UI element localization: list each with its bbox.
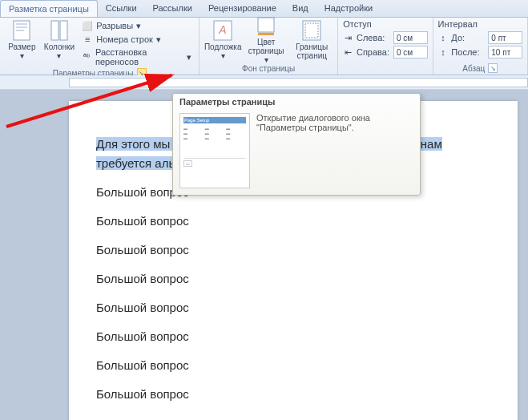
indent-right-icon: ⇤: [343, 46, 353, 58]
columns-icon: [46, 20, 72, 41]
svg-rect-5: [60, 21, 67, 40]
line-numbers-button[interactable]: ≡ Номера строк ▾: [79, 33, 194, 46]
paragraph-group-title: Абзац: [462, 64, 485, 73]
columns-button[interactable]: Колонки▾: [42, 19, 77, 61]
ribbon: Размер▾ Колонки▾ ⬜ Разрывы ▾ ≡ Номера ст…: [0, 18, 528, 75]
svg-rect-8: [258, 18, 274, 32]
indent-left-label: Слева:: [357, 33, 390, 42]
svg-rect-3: [16, 30, 24, 31]
line-numbers-label: Номера строк: [96, 34, 153, 44]
page-color-icon: [253, 17, 279, 36]
text-line[interactable]: Большой вопрос: [96, 329, 490, 345]
indent-left-icon: ⇥: [343, 32, 353, 43]
spacing-before-icon: ↕: [438, 32, 449, 43]
size-label: Размер: [8, 42, 35, 51]
paragraph-dialog-launcher[interactable]: ↘: [488, 63, 498, 73]
tab-addins[interactable]: Надстройки: [316, 0, 381, 17]
columns-label: Колонки: [44, 42, 75, 51]
text-line[interactable]: Большой вопрос: [96, 300, 490, 316]
watermark-label: Подложка: [204, 42, 242, 51]
screentip: Параметры страницы Page Setup ▬▬▬ ▬▬▬ ▬▬…: [172, 93, 421, 196]
hyphenation-icon: ªᵇ: [82, 51, 92, 63]
spacing-after-label: После:: [451, 47, 485, 57]
page-borders-label: Границы страниц: [292, 42, 331, 60]
line-numbers-icon: ≡: [82, 34, 93, 45]
page-borders-icon: [299, 20, 324, 41]
group-spacing: Интервал ↕ До: 0 пт ↕ После: 10 пт Абзац…: [433, 18, 528, 75]
group-page-setup: Размер▾ Колонки▾ ⬜ Разрывы ▾ ≡ Номера ст…: [0, 18, 200, 75]
svg-rect-2: [16, 26, 27, 28]
text-line[interactable]: Большой вопрос: [96, 213, 490, 229]
ribbon-tabs: Разметка страницы Ссылки Рассылки Реценз…: [0, 0, 528, 18]
tab-page-layout[interactable]: Разметка страницы: [0, 0, 98, 17]
breaks-icon: ⬜: [82, 20, 93, 31]
tab-view[interactable]: Вид: [284, 0, 316, 17]
page-bg-group-title: Фон страницы: [242, 64, 295, 73]
indent-title: Отступ: [343, 19, 427, 29]
page-color-label: Цвет страницы: [248, 38, 284, 55]
spacing-before-input[interactable]: 0 пт: [488, 31, 522, 44]
tab-review[interactable]: Рецензирование: [200, 0, 284, 17]
breaks-label: Разрывы: [96, 21, 133, 30]
screentip-title: Параметры страницы: [173, 94, 420, 108]
spacing-before-label: До:: [451, 33, 485, 42]
tab-mailings[interactable]: Рассылки: [145, 0, 200, 17]
page-color-button[interactable]: Цвет страницы ▾: [244, 19, 288, 61]
size-button[interactable]: Размер▾: [5, 19, 39, 61]
group-indent: Отступ ⇥ Слева: 0 см ⇤ Справа: 0 см: [338, 18, 433, 75]
indent-left-input[interactable]: 0 см: [393, 31, 428, 44]
indent-right-input[interactable]: 0 см: [393, 46, 428, 59]
breaks-button[interactable]: ⬜ Разрывы ▾: [79, 19, 194, 32]
spacing-title: Интервал: [438, 19, 522, 29]
screentip-description: Открытие диалогового окна "Параметры стр…: [256, 113, 413, 188]
hyphenation-label: Расстановка переносов: [95, 47, 183, 67]
group-page-background: A Подложка▾ Цвет страницы ▾ Границы стра…: [200, 18, 338, 75]
page-borders-button[interactable]: Границы страниц: [291, 19, 333, 61]
hyphenation-button[interactable]: ªᵇ Расстановка переносов ▾: [79, 46, 194, 67]
horizontal-ruler[interactable]: [0, 75, 528, 90]
svg-rect-9: [258, 33, 274, 35]
watermark-icon: A: [210, 20, 236, 41]
text-line[interactable]: Большой вопрос: [96, 386, 490, 402]
tab-references[interactable]: Ссылки: [98, 0, 145, 17]
svg-rect-1: [16, 23, 27, 25]
text-line[interactable]: Большой вопрос: [96, 242, 490, 258]
indent-right-label: Справа:: [357, 47, 390, 57]
text-line[interactable]: Большой вопрос: [96, 271, 490, 287]
watermark-button[interactable]: A Подложка▾: [204, 19, 241, 61]
svg-text:A: A: [219, 23, 227, 36]
text-line[interactable]: Большой вопрос: [96, 357, 490, 374]
svg-rect-4: [51, 21, 58, 40]
screentip-thumbnail: Page Setup ▬▬▬ ▬▬▬ ▬▬▬ ▭: [179, 113, 250, 188]
spacing-after-input[interactable]: 10 пт: [488, 46, 522, 59]
spacing-after-icon: ↕: [438, 46, 449, 58]
size-icon: [9, 20, 34, 41]
